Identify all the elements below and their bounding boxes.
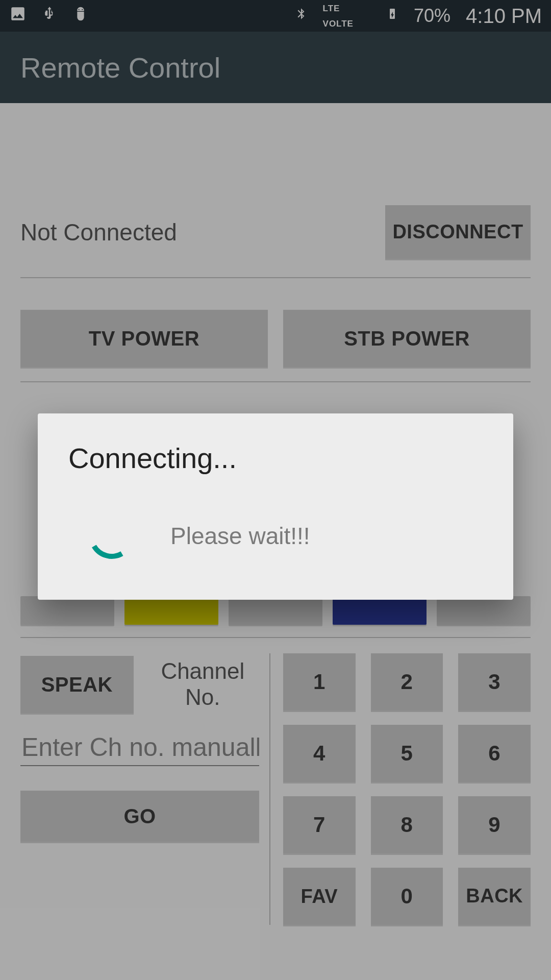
- dialog-title: Connecting...: [68, 442, 483, 475]
- connecting-dialog: Connecting... Please wait!!!: [38, 413, 513, 600]
- spinner-icon: [84, 508, 140, 564]
- dialog-message: Please wait!!!: [170, 522, 310, 550]
